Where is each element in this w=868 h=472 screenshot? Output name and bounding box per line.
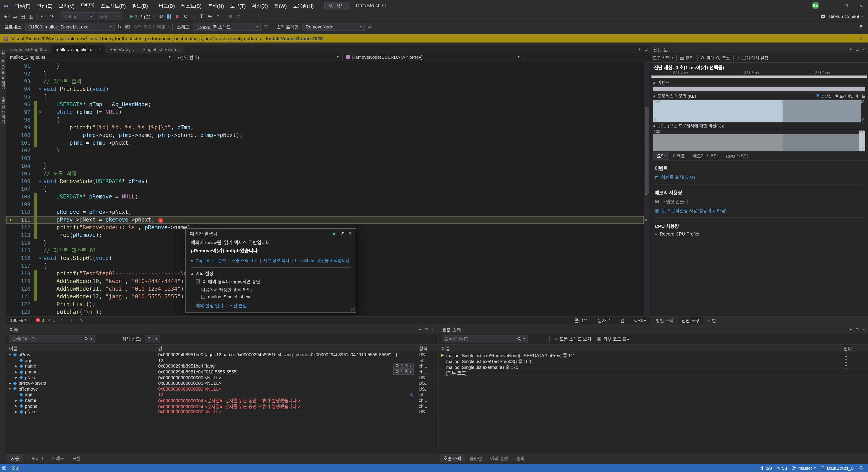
- break-when-thrown-checkbox[interactable]: ✓이 예외 형식이 throw되면 중단: [196, 278, 351, 285]
- show-all-threads-button[interactable]: ≡모든 스레드 보기: [553, 336, 593, 342]
- view-button[interactable]: 보기▾: [393, 364, 414, 369]
- titlebar-search[interactable]: 검색: [324, 2, 350, 9]
- show-external-code-button[interactable]: ▦외부 코드 표시: [595, 336, 632, 342]
- callstack-search-input[interactable]: [444, 336, 516, 341]
- close-icon[interactable]: ×: [862, 47, 865, 52]
- menu-item-7[interactable]: 테스트(S): [178, 1, 205, 10]
- diag-tab-3[interactable]: CPU 사용량: [722, 152, 752, 160]
- stack-swap-icon[interactable]: ⇄: [366, 23, 373, 31]
- bookmark-icon[interactable]: ≡: [227, 12, 234, 20]
- refresh-icon[interactable]: ↻: [410, 392, 414, 397]
- column-name[interactable]: 이름: [6, 345, 156, 352]
- exclude-module-checkbox[interactable]: malloc_SingleList.exe: [201, 294, 351, 299]
- hot-reload-icon[interactable]: ⟲: [158, 12, 164, 20]
- select-tools-dropdown[interactable]: 도구 선택▾: [653, 55, 673, 61]
- process-dropdown[interactable]: [31580] malloc_SingleList.exe▾: [25, 23, 115, 31]
- step-into-button[interactable]: ↧: [198, 12, 205, 20]
- restart-button[interactable]: ⟲: [182, 12, 189, 20]
- expand-icon[interactable]: ▶: [8, 382, 12, 385]
- zoom-out-button[interactable]: 축소: [716, 55, 730, 61]
- show-next-statement-button[interactable]: →: [190, 12, 197, 20]
- callstack-tab-0[interactable]: 호출 스택: [440, 454, 465, 462]
- zoom-in-button[interactable]: 확대: [701, 55, 714, 61]
- menu-item-8[interactable]: 분석(N): [205, 1, 227, 10]
- break-all-button[interactable]: [166, 12, 173, 20]
- heap-profiling-link[interactable]: ▦힙 프로파일링 사용(성능이 저하됨): [655, 207, 864, 214]
- code-line-104[interactable]: 104}: [6, 162, 644, 170]
- code-line-110[interactable]: 110 pRemove = pPrev->pNext;: [6, 209, 644, 216]
- next-icon[interactable]: →: [106, 335, 113, 343]
- take-snapshot-button[interactable]: 스냅샷 만들기: [655, 198, 864, 205]
- tab-list-caret-icon[interactable]: ▾: [636, 47, 643, 52]
- redo-button[interactable]: ↷: [49, 12, 55, 20]
- column-language[interactable]: 언어: [841, 345, 868, 352]
- side-tab-copilot-chat[interactable]: GitHub Copilot 채팅: [0, 50, 6, 89]
- expand-icon[interactable]: ▶: [14, 404, 19, 408]
- add-item-button[interactable]: ⊞▾: [3, 12, 10, 20]
- analyze-with-copilot-link[interactable]: Copilot으로 분석: [195, 257, 226, 263]
- repo-indicator[interactable]: DataStruct_C: [820, 466, 854, 470]
- code-line-96[interactable]: 96 USERDATA* pTmp = &g_HeadNode;: [6, 101, 644, 108]
- toolbar-options-icon[interactable]: ∷: [235, 12, 242, 20]
- output-button[interactable]: ▦출력: [680, 55, 694, 61]
- reset-view-button[interactable]: ⟲보기 다시 설정: [737, 55, 768, 61]
- autos-row[interactable]: ▶pPrev->pNext0x0000000000000000 <NULL>US…: [6, 381, 437, 386]
- callstack-tab-2[interactable]: 예외 설정: [487, 454, 512, 462]
- expand-icon[interactable]: ▶: [14, 376, 19, 379]
- autos-row[interactable]: ▶name0x00000294b8951be4 "jang"보기▾ch...: [6, 364, 437, 369]
- collapse-icon[interactable]: ▼: [8, 387, 12, 390]
- save-all-button[interactable]: ▥: [28, 12, 34, 20]
- open-file-button[interactable]: ▭: [11, 12, 18, 20]
- autos-row[interactable]: ▼pPrev0x00000294b8951be0 {age=12 name=0x…: [6, 352, 437, 358]
- window-menu-icon[interactable]: ▾: [850, 327, 852, 332]
- expand-icon[interactable]: ▶: [14, 410, 19, 413]
- scope-dropdown[interactable]: (전역 범위)▾: [175, 53, 343, 61]
- view-button[interactable]: 보기▾: [393, 369, 414, 375]
- next-icon[interactable]: →: [539, 335, 546, 343]
- editor-scrollbar[interactable]: [644, 61, 650, 316]
- autos-header[interactable]: 자동 ▾ □ ×: [6, 325, 437, 334]
- fold-chevron-icon[interactable]: ∨: [37, 86, 43, 93]
- expand-icon[interactable]: ▶: [14, 399, 19, 402]
- autos-row[interactable]: ▶phone0x00000294b8951c04 "010-5555-5555"…: [6, 369, 437, 375]
- menu-item-10[interactable]: 확장(X): [249, 1, 271, 10]
- minimize-button[interactable]: –: [825, 0, 839, 11]
- close-icon[interactable]: ×: [432, 327, 434, 332]
- code-line-109[interactable]: 109: [6, 201, 644, 209]
- fold-chevron-icon[interactable]: ∨: [37, 255, 43, 262]
- menu-item-3[interactable]: Git(G): [78, 1, 98, 10]
- search-depth-dropdown[interactable]: 3▾: [145, 335, 160, 343]
- cpu-chart[interactable]: 100 0 100 0: [653, 129, 865, 152]
- stop-debugging-button[interactable]: ■: [174, 12, 181, 20]
- horizontal-splitter[interactable]: [0, 324, 868, 325]
- column-name[interactable]: 이름: [439, 345, 841, 352]
- nav-up-icon[interactable]: ↑: [58, 316, 65, 324]
- code-line-92[interactable]: 92}: [6, 70, 644, 78]
- edit-marker-icon[interactable]: ✎: [78, 316, 85, 324]
- pin-icon[interactable]: ○: [94, 47, 97, 51]
- maximize-icon[interactable]: □: [425, 327, 428, 332]
- diag-panel-header[interactable]: 진단 도구 ▾ □ ×: [650, 45, 868, 53]
- autos-search[interactable]: ▾: [9, 335, 95, 343]
- cpu-section-header[interactable]: ◢CPU (모든 프로세서에 대한 비율(%)): [650, 123, 868, 129]
- right-bottom-tab-1[interactable]: 진단 도구: [678, 316, 703, 324]
- right-bottom-tab-2[interactable]: 로컬: [704, 316, 719, 324]
- refresh-process-icon[interactable]: ↻: [116, 23, 123, 31]
- save-button[interactable]: ▤: [20, 12, 26, 20]
- user-avatar[interactable]: GU: [812, 2, 819, 9]
- collapse-icon[interactable]: ▼: [8, 353, 12, 356]
- doc-tab-2[interactable]: BaseArray.c: [105, 45, 138, 53]
- branch-indicator[interactable]: master▾: [792, 466, 815, 470]
- collapse-icon[interactable]: ◢: [191, 272, 193, 275]
- code-line-91[interactable]: 91 }: [6, 62, 644, 70]
- autos-tab-3[interactable]: 모듈: [69, 454, 84, 462]
- window-menu-icon[interactable]: ▾: [850, 47, 852, 52]
- close-icon[interactable]: ×: [99, 47, 101, 51]
- code-line-100[interactable]: 100 pTmp->age, pTmp->name, pTmp->phone, …: [6, 132, 644, 139]
- scrollbar-thumb[interactable]: [645, 107, 649, 194]
- callstack-header[interactable]: 호출 스택 ▾ □ ×: [439, 325, 868, 334]
- code-line-101[interactable]: 101 pTmp = pTmp->pNext;: [6, 139, 644, 147]
- autos-row[interactable]: ▶pNext0x0000000000000000 <NULL>US...: [6, 409, 437, 415]
- pending-changes[interactable]: ✎53: [776, 466, 787, 470]
- fold-chevron-icon[interactable]: ∨: [37, 108, 43, 116]
